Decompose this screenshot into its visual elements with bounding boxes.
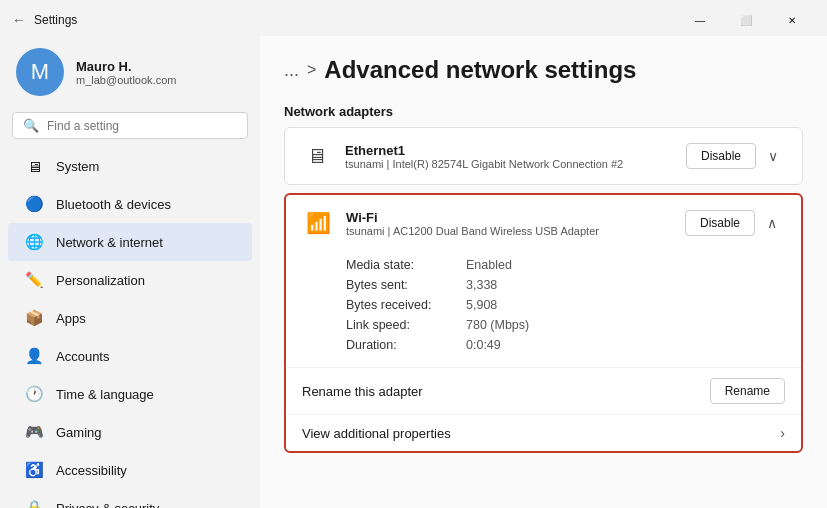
profile-name: Mauro H. <box>76 59 176 74</box>
page-title: Advanced network settings <box>324 56 636 84</box>
expand-button[interactable]: ∨ <box>760 144 786 168</box>
adapter-header: 🖥 Ethernet1 tsunami | Intel(R) 82574L Gi… <box>285 128 802 184</box>
window-title: Settings <box>34 13 77 27</box>
expand-button[interactable]: ∧ <box>759 211 785 235</box>
sidebar-item-network[interactable]: 🌐 Network & internet <box>8 223 252 261</box>
detail-label: Duration: <box>346 338 466 352</box>
privacy-icon: 🔒 <box>24 498 44 508</box>
sidebar-item-accounts[interactable]: 👤 Accounts <box>8 337 252 375</box>
time-icon: 🕐 <box>24 384 44 404</box>
disable-button[interactable]: Disable <box>685 210 755 236</box>
disable-button[interactable]: Disable <box>686 143 756 169</box>
rename-button[interactable]: Rename <box>710 378 785 404</box>
detail-label: Bytes sent: <box>346 278 466 292</box>
view-props-label: View additional properties <box>302 426 451 441</box>
profile-section: M Mauro H. m_lab@outlook.com <box>0 36 260 112</box>
sidebar-item-label-privacy: Privacy & security <box>56 501 159 509</box>
accounts-icon: 👤 <box>24 346 44 366</box>
search-bar[interactable]: 🔍 <box>12 112 248 139</box>
sidebar-item-apps[interactable]: 📦 Apps <box>8 299 252 337</box>
adapter-desc: tsunami | Intel(R) 82574L Gigabit Networ… <box>345 158 674 170</box>
back-icon[interactable]: ← <box>12 12 26 28</box>
adapter-info: Wi-Fi tsunami | AC1200 Dual Band Wireles… <box>346 210 673 237</box>
network-icon: 🌐 <box>24 232 44 252</box>
avatar[interactable]: M <box>16 48 64 96</box>
adapter-header: 📶 Wi-Fi tsunami | AC1200 Dual Band Wirel… <box>286 195 801 251</box>
bluetooth-icon: 🔵 <box>24 194 44 214</box>
sidebar-item-label-personalization: Personalization <box>56 273 145 288</box>
section-label: Network adapters <box>284 104 803 119</box>
ethernet1-icon: 🖥 <box>301 140 333 172</box>
detail-row: Media state: Enabled <box>346 255 785 275</box>
breadcrumb-chevron: > <box>307 61 316 79</box>
sidebar-item-system[interactable]: 🖥 System <box>8 147 252 185</box>
view-properties-row[interactable]: View additional properties › <box>286 414 801 451</box>
sidebar-item-label-network: Network & internet <box>56 235 163 250</box>
gaming-icon: 🎮 <box>24 422 44 442</box>
sidebar-item-time[interactable]: 🕐 Time & language <box>8 375 252 413</box>
sidebar-item-label-gaming: Gaming <box>56 425 102 440</box>
detail-value: 3,338 <box>466 278 497 292</box>
title-bar-left: ← Settings <box>12 12 77 28</box>
sidebar-item-label-bluetooth: Bluetooth & devices <box>56 197 171 212</box>
rename-label: Rename this adapter <box>302 384 423 399</box>
adapter-header-actions: Disable ∧ <box>685 210 785 236</box>
detail-row: Duration: 0:0:49 <box>346 335 785 355</box>
detail-value: 780 (Mbps) <box>466 318 529 332</box>
adapter-name: Wi-Fi <box>346 210 673 225</box>
profile-email: m_lab@outlook.com <box>76 74 176 86</box>
apps-icon: 📦 <box>24 308 44 328</box>
adapter-details: Media state: Enabled Bytes sent: 3,338 B… <box>286 251 801 367</box>
sidebar-item-privacy[interactable]: 🔒 Privacy & security <box>8 489 252 508</box>
title-bar: ← Settings — ⬜ ✕ <box>0 0 827 36</box>
sidebar-item-label-time: Time & language <box>56 387 154 402</box>
sidebar: M Mauro H. m_lab@outlook.com 🔍 🖥 System … <box>0 36 260 508</box>
detail-row: Link speed: 780 (Mbps) <box>346 315 785 335</box>
adapter-name: Ethernet1 <box>345 143 674 158</box>
adapter-card-ethernet1: 🖥 Ethernet1 tsunami | Intel(R) 82574L Gi… <box>284 127 803 185</box>
search-input[interactable] <box>47 119 237 133</box>
sidebar-item-label-accounts: Accounts <box>56 349 109 364</box>
content-area: ... > Advanced network settings Network … <box>260 36 827 508</box>
adapter-info: Ethernet1 tsunami | Intel(R) 82574L Giga… <box>345 143 674 170</box>
app-body: M Mauro H. m_lab@outlook.com 🔍 🖥 System … <box>0 36 827 508</box>
chevron-right-icon: › <box>780 425 785 441</box>
rename-row: Rename this adapter Rename <box>286 367 801 414</box>
detail-row: Bytes sent: 3,338 <box>346 275 785 295</box>
nav-list: 🖥 System 🔵 Bluetooth & devices 🌐 Network… <box>0 147 260 508</box>
sidebar-item-label-accessibility: Accessibility <box>56 463 127 478</box>
close-button[interactable]: ✕ <box>769 4 815 36</box>
detail-row: Bytes received: 5,908 <box>346 295 785 315</box>
system-icon: 🖥 <box>24 156 44 176</box>
sidebar-item-gaming[interactable]: 🎮 Gaming <box>8 413 252 451</box>
window-controls: — ⬜ ✕ <box>677 4 815 36</box>
personalization-icon: ✏️ <box>24 270 44 290</box>
wifi-icon: 📶 <box>302 207 334 239</box>
adapter-card-wifi: 📶 Wi-Fi tsunami | AC1200 Dual Band Wirel… <box>284 193 803 453</box>
sidebar-item-label-system: System <box>56 159 99 174</box>
sidebar-item-accessibility[interactable]: ♿ Accessibility <box>8 451 252 489</box>
minimize-button[interactable]: — <box>677 4 723 36</box>
sidebar-item-label-apps: Apps <box>56 311 86 326</box>
detail-value: 5,908 <box>466 298 497 312</box>
detail-value: 0:0:49 <box>466 338 501 352</box>
adapters-list: 🖥 Ethernet1 tsunami | Intel(R) 82574L Gi… <box>284 127 803 453</box>
page-header: ... > Advanced network settings <box>284 56 803 84</box>
search-icon: 🔍 <box>23 118 39 133</box>
maximize-button[interactable]: ⬜ <box>723 4 769 36</box>
sidebar-item-personalization[interactable]: ✏️ Personalization <box>8 261 252 299</box>
detail-label: Media state: <box>346 258 466 272</box>
adapter-header-actions: Disable ∨ <box>686 143 786 169</box>
sidebar-item-bluetooth[interactable]: 🔵 Bluetooth & devices <box>8 185 252 223</box>
detail-value: Enabled <box>466 258 512 272</box>
detail-label: Link speed: <box>346 318 466 332</box>
detail-label: Bytes received: <box>346 298 466 312</box>
breadcrumb-dots[interactable]: ... <box>284 61 299 79</box>
profile-info: Mauro H. m_lab@outlook.com <box>76 59 176 86</box>
adapter-desc: tsunami | AC1200 Dual Band Wireless USB … <box>346 225 673 237</box>
accessibility-icon: ♿ <box>24 460 44 480</box>
